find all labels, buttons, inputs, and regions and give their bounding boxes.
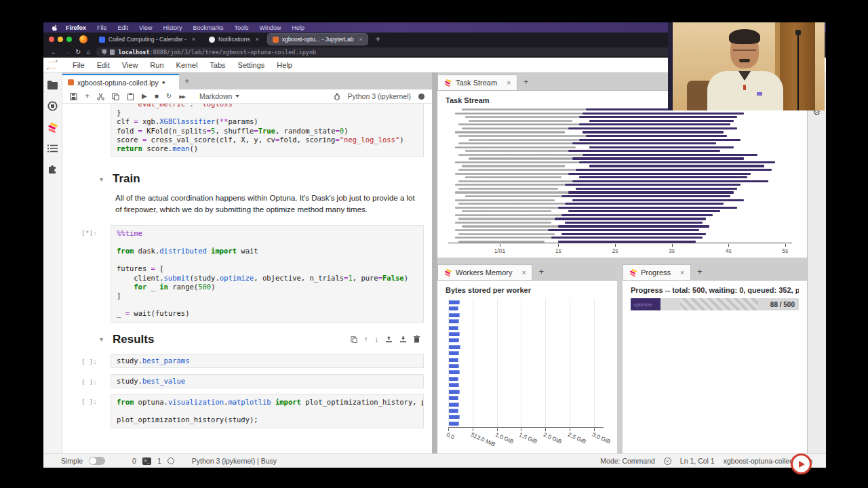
close-tab-icon[interactable]: × — [680, 269, 684, 277]
delete-cell-icon[interactable] — [414, 336, 420, 343]
insert-cell-above-icon[interactable] — [385, 336, 393, 343]
markdown-heading-cell[interactable]: ▾ Results ↑ ↓ — [73, 333, 429, 346]
copy-cells-icon[interactable] — [112, 93, 119, 100]
maximize-window-button[interactable] — [66, 37, 72, 42]
cell-editor[interactable]: from optuna.visualization.matplotlib imp… — [111, 394, 424, 429]
jupyter-menu-item[interactable]: File — [66, 61, 91, 69]
new-tab-button[interactable]: + — [532, 266, 550, 277]
circle-x-icon[interactable]: × — [664, 458, 671, 465]
workers-memory-tab[interactable]: Workers Memory × — [437, 264, 532, 280]
play-button-overlay[interactable] — [791, 453, 812, 474]
close-tab-icon[interactable]: × — [522, 269, 526, 277]
move-cell-up-icon[interactable]: ↑ — [364, 336, 368, 343]
page-info-icon[interactable] — [110, 49, 115, 55]
dask-icon[interactable] — [47, 123, 58, 133]
file-browser-icon[interactable] — [47, 81, 58, 89]
insert-cell-below-icon[interactable] — [399, 336, 407, 343]
browser-tab-notifications[interactable]: Notifications × — [204, 34, 264, 45]
code-cell[interactable]: [*]: %%time from dask.distributed import… — [73, 225, 429, 323]
save-icon[interactable] — [70, 93, 77, 100]
close-tab-icon[interactable]: × — [192, 36, 195, 43]
cell-editor[interactable]: %%time from dask.distributed import wait… — [111, 225, 424, 323]
cut-cells-icon[interactable] — [97, 93, 104, 100]
home-button[interactable]: ⌂ — [86, 49, 90, 56]
cell-type-dropdown[interactable]: Markdown — [199, 92, 239, 100]
restart-run-all-icon[interactable]: ▶▶ — [179, 94, 185, 99]
paste-cells-icon[interactable] — [127, 93, 134, 100]
compute-task-bar — [583, 154, 758, 156]
close-tab-icon[interactable]: × — [359, 36, 363, 43]
kernel-status-text[interactable]: Python 3 (ipykernel) | Busy — [192, 457, 277, 465]
cursor-position[interactable]: Ln 1, Col 1 — [680, 457, 715, 465]
macos-menu-item[interactable]: View — [134, 24, 157, 31]
simple-mode-toggle[interactable] — [89, 457, 105, 465]
macos-menu-item[interactable]: Bookmarks — [187, 24, 229, 31]
jupyter-menu-item[interactable]: View — [116, 61, 144, 69]
reload-button[interactable]: ↻ — [75, 49, 81, 56]
debugger-bug-icon[interactable] — [334, 93, 340, 100]
markdown-heading-cell[interactable]: ▾ Train — [73, 172, 429, 186]
close-tab-icon[interactable]: × — [507, 79, 511, 87]
task-stream-row — [448, 116, 792, 118]
collapse-arrow-icon[interactable]: ▾ — [100, 336, 103, 343]
extensions-puzzle-icon[interactable] — [47, 164, 58, 174]
running-kernels-icon[interactable] — [47, 101, 58, 111]
jupyter-menu-item[interactable]: Tabs — [203, 61, 231, 69]
cell-editor[interactable]: study.best_params — [111, 354, 424, 368]
menubar-app-name[interactable]: Firefox — [60, 24, 92, 31]
restart-kernel-icon[interactable]: ↻ — [166, 93, 172, 100]
macos-menu-item[interactable]: Window — [254, 24, 286, 31]
kernel-status-icon[interactable] — [167, 458, 174, 464]
mode-indicator[interactable]: Mode: Command — [600, 457, 655, 465]
move-cell-down-icon[interactable]: ↓ — [375, 336, 379, 343]
collapse-arrow-icon[interactable]: ▾ — [100, 176, 103, 183]
cell-editor[interactable]: study.best_value — [111, 374, 424, 388]
close-tab-icon[interactable]: × — [255, 36, 258, 43]
run-cell-icon[interactable]: ▶ — [142, 93, 147, 100]
macos-menu-item[interactable]: Tools — [229, 24, 254, 31]
progress-tab[interactable]: Progress × — [623, 264, 691, 280]
new-launcher-button[interactable]: + — [179, 76, 195, 86]
workers-memory-chart[interactable]: 0.0512.0 MiB1.0 GiB1.5 GiB2.0 GiB2.5 GiB… — [447, 298, 608, 451]
browser-tab-calendar[interactable]: Coiled Computing - Calendar - × — [94, 34, 200, 45]
browser-tab-jupyterlab[interactable]: xgboost-optu... - JupyterLab × — [268, 34, 368, 45]
macos-menu-item[interactable]: File — [92, 24, 113, 31]
code-cell[interactable]: [ ]: from optuna.visualization.matplotli… — [73, 394, 429, 429]
cell-editor[interactable]: "eval_metric": "logloss"}clf = xgb.XGBCl… — [111, 104, 424, 157]
duplicate-cell-icon[interactable] — [351, 336, 357, 343]
macos-menu-item[interactable]: History — [157, 24, 187, 31]
unsaved-changes-dot[interactable]: ● — [162, 79, 165, 85]
code-line — [117, 407, 418, 415]
macos-menu-item[interactable]: Help — [286, 24, 310, 31]
notebook-scroll-area[interactable]: "eval_metric": "logloss"}clf = xgb.XGBCl… — [62, 104, 432, 453]
jupyter-menu-item[interactable]: Settings — [232, 61, 271, 69]
compute-task-bar — [572, 157, 745, 159]
jupyter-menu-item[interactable]: Kernel — [170, 61, 204, 69]
kernel-name[interactable]: Python 3 (ipykernel) — [348, 92, 411, 100]
new-tab-button[interactable]: + — [372, 35, 384, 44]
back-button[interactable]: ← — [51, 49, 58, 56]
minimize-window-button[interactable] — [58, 37, 63, 42]
jupyter-menu-item[interactable]: Help — [271, 61, 298, 69]
task-stream-chart[interactable]: 1/011s2s3s4s5s — [446, 108, 799, 255]
close-window-button[interactable] — [49, 37, 54, 42]
stop-kernel-icon[interactable]: ■ — [155, 93, 159, 100]
jupyter-menu-item[interactable]: Edit — [91, 61, 116, 69]
notebook-document-tab[interactable]: xgboost-optuna-coiled.ipy ● — [62, 74, 179, 89]
new-tab-button[interactable]: + — [691, 266, 709, 277]
jupyter-menu-item[interactable]: Run — [144, 61, 170, 69]
new-tab-button[interactable]: + — [517, 77, 535, 87]
insert-cell-icon[interactable]: + — [85, 92, 90, 100]
shield-icon[interactable] — [102, 49, 106, 55]
table-of-contents-icon[interactable] — [47, 144, 58, 152]
panel-split-handle[interactable] — [432, 73, 437, 453]
task-stream-tab[interactable]: Task Stream × — [437, 75, 517, 90]
code-cell[interactable]: [ ]: study.best_params — [73, 354, 429, 368]
task-stream-row — [448, 222, 792, 224]
terminal-icon[interactable]: >_ — [142, 458, 151, 465]
code-cell[interactable]: [ ]: study.best_value — [73, 374, 429, 388]
forward-button[interactable]: → — [63, 49, 70, 56]
macos-menu-item[interactable]: Edit — [113, 24, 134, 31]
code-cell[interactable]: "eval_metric": "logloss"}clf = xgb.XGBCl… — [73, 104, 429, 157]
code-line: _ = wait(futures) — [117, 309, 418, 318]
